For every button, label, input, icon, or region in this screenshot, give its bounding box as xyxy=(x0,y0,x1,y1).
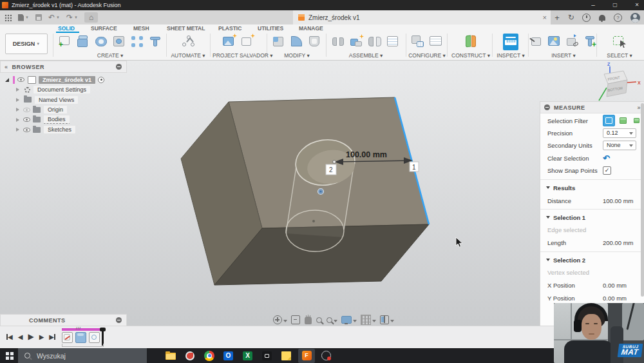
outlook-icon[interactable]: O xyxy=(223,351,234,361)
selection1-section-header[interactable]: Selection 1 xyxy=(540,211,644,223)
group-label-project-salvador[interactable]: PROJECT SALVADOR ▾ xyxy=(213,52,264,59)
clear-selection-icon[interactable]: ↶ xyxy=(603,153,610,163)
snap-point-small[interactable] xyxy=(312,220,315,222)
secondary-units-dropdown[interactable]: None xyxy=(603,141,636,150)
group-label-select[interactable]: SELECT ▾ xyxy=(599,52,640,59)
browser-item-document-settings[interactable]: Document Settings xyxy=(0,85,127,95)
automate-icon[interactable] xyxy=(180,34,196,50)
precision-dropdown[interactable]: 0.12 xyxy=(603,128,636,138)
look-at-icon[interactable] xyxy=(291,315,300,324)
taskbar-search[interactable] xyxy=(18,348,147,363)
close-tab-icon[interactable]: × xyxy=(543,14,547,21)
maximize-button[interactable]: ▢ xyxy=(607,0,623,10)
ribbon-tab-surface[interactable]: SURFACE xyxy=(91,25,117,32)
paint-app-icon[interactable] xyxy=(185,351,195,361)
redo-button[interactable]: ↷▼ xyxy=(66,13,78,22)
group-label-create[interactable]: CREATE ▾ xyxy=(55,52,165,59)
zoom-dropdown-caret[interactable] xyxy=(334,320,337,322)
capture-app-icon[interactable] xyxy=(262,351,272,361)
browser-root-label[interactable]: Zmierz_środek v1 xyxy=(39,76,95,84)
ribbon-tab-manage[interactable]: MANAGE xyxy=(299,25,323,32)
minimize-button[interactable]: – xyxy=(585,0,601,10)
collapse-arrow-icon[interactable] xyxy=(16,88,19,92)
create-sketch-icon[interactable]: + xyxy=(57,34,73,50)
timeline-go-to-end-button[interactable]: ▶ xyxy=(49,333,55,340)
help-icon[interactable]: ? xyxy=(614,14,622,22)
filter-face-icon[interactable] xyxy=(603,115,615,126)
activate-component-icon[interactable] xyxy=(98,77,104,83)
browser-item-origin[interactable]: Origin xyxy=(0,105,127,115)
construction-plane-icon[interactable] xyxy=(463,34,478,50)
home-button[interactable]: ⌂ xyxy=(84,12,98,23)
ai-image-icon[interactable] xyxy=(222,34,237,50)
extrude-feature-icon[interactable] xyxy=(75,332,86,343)
screen-recorder-icon[interactable] xyxy=(321,351,332,361)
group-label-insert[interactable]: INSERT ▾ xyxy=(532,52,595,59)
joint-icon[interactable] xyxy=(331,34,346,50)
selection2-section-header[interactable]: Selection 2 xyxy=(540,254,644,266)
shell-icon[interactable] xyxy=(307,34,323,50)
file-explorer-icon[interactable] xyxy=(166,351,176,361)
browser-root-row[interactable]: Zmierz_środek v1 xyxy=(0,75,127,85)
comments-panel-header[interactable]: COMMENTS xyxy=(0,314,127,326)
canvas-icon[interactable] xyxy=(547,34,562,50)
zoom-icon[interactable] xyxy=(316,317,322,323)
file-menu-button[interactable]: ▼ xyxy=(18,14,29,21)
undo-button[interactable]: ↶▼ xyxy=(48,13,60,22)
hole-feature-icon[interactable] xyxy=(89,332,100,343)
document-tab[interactable]: Zmierz_środek v1 × xyxy=(293,10,551,25)
display-settings-icon[interactable] xyxy=(341,316,352,324)
extrude-icon[interactable] xyxy=(75,34,91,50)
collapse-arrow-icon[interactable] xyxy=(16,128,19,132)
start-button[interactable] xyxy=(0,348,18,363)
sticky-notes-icon[interactable] xyxy=(281,351,292,361)
fillet-icon[interactable] xyxy=(289,34,305,50)
hole-icon[interactable] xyxy=(111,34,127,50)
timeline-step-back-button[interactable]: ◀ xyxy=(18,333,23,340)
collapse-arrow-icon[interactable] xyxy=(16,118,19,122)
ribbon-tab-mesh[interactable]: MESH xyxy=(133,25,149,32)
show-snap-points-checkbox[interactable]: ✓ xyxy=(603,166,611,175)
notifications-icon[interactable] xyxy=(599,15,605,21)
expand-icon[interactable] xyxy=(5,78,9,82)
app-launcher-icon[interactable] xyxy=(5,14,12,21)
group-label-inspect[interactable]: INSPECT ▾ xyxy=(495,52,527,59)
new-component-icon[interactable] xyxy=(349,34,365,50)
configure-icon[interactable] xyxy=(410,34,426,50)
save-button[interactable] xyxy=(35,14,42,21)
configuration-table-icon[interactable] xyxy=(428,34,444,50)
zoom-window-icon[interactable] xyxy=(327,317,332,323)
chrome-icon[interactable] xyxy=(204,351,214,361)
measure-icon[interactable] xyxy=(503,34,518,50)
press-pull-icon[interactable] xyxy=(271,34,287,50)
collapse-panel-icon[interactable]: « xyxy=(5,64,8,70)
close-button[interactable]: ✕ xyxy=(629,0,644,10)
ribbon-tab-plastic[interactable]: PLASTIC xyxy=(218,25,242,32)
browser-item-named-views[interactable]: Named Views xyxy=(0,95,127,105)
ribbon-tab-utilities[interactable]: UTILITIES xyxy=(258,25,283,32)
visibility-eye-icon[interactable] xyxy=(17,77,24,82)
panel-options-icon[interactable] xyxy=(116,317,122,323)
visibility-eye-off-icon[interactable] xyxy=(23,108,30,112)
insert-mesh-icon[interactable] xyxy=(565,34,580,50)
search-input[interactable] xyxy=(35,351,135,360)
group-label-automate[interactable]: AUTOMATE ▾ xyxy=(169,52,207,59)
mirror-icon[interactable] xyxy=(367,34,383,50)
panel-options-icon[interactable] xyxy=(544,104,550,110)
ai-sketch-icon[interactable] xyxy=(240,34,255,50)
grid-dropdown-caret[interactable] xyxy=(372,320,376,322)
sketch-feature-icon[interactable] xyxy=(62,332,73,343)
workspace-selector[interactable]: DESIGN▼ xyxy=(5,34,48,54)
group-label-modify[interactable]: MODIFY ▾ xyxy=(269,52,325,59)
recent-activity-icon[interactable] xyxy=(582,14,591,22)
group-label-configure[interactable]: CONFIGURE ▾ xyxy=(408,52,446,59)
browser-item-sketches[interactable]: Sketches xyxy=(0,125,127,135)
user-avatar[interactable] xyxy=(630,13,640,23)
ribbon-tab-solid[interactable]: SOLID xyxy=(58,25,75,32)
display-dropdown-caret[interactable] xyxy=(353,320,357,322)
revolve-icon[interactable] xyxy=(93,34,109,50)
browser-item-bodies[interactable]: Bodies xyxy=(0,115,127,125)
pattern-icon[interactable] xyxy=(129,34,145,50)
ribbon-tab-sheetmetal[interactable]: SHEET METAL xyxy=(167,25,205,32)
timeline-marker[interactable] xyxy=(102,328,104,346)
